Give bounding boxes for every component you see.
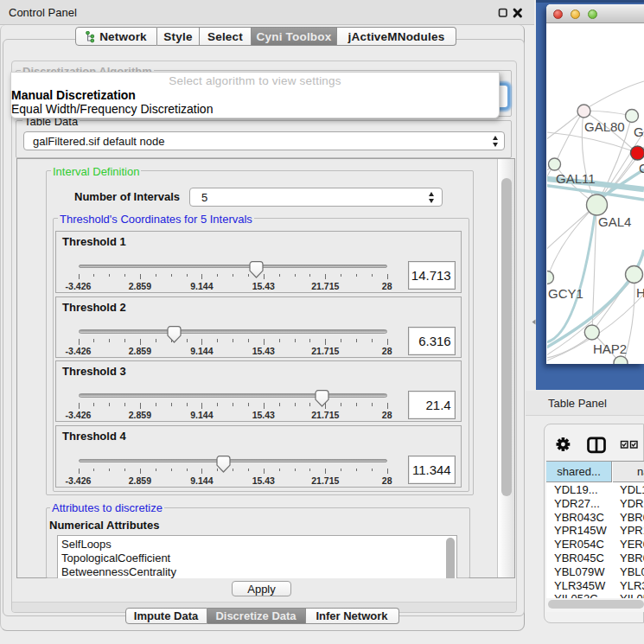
svg-text:HA: HA — [636, 285, 644, 300]
svg-text:GAL11: GAL11 — [556, 171, 596, 186]
svg-text:CM: CM — [639, 161, 644, 175]
svg-text:GAL4: GAL4 — [598, 214, 631, 229]
svg-text:HAP2: HAP2 — [593, 341, 627, 356]
svg-text:GAL: GAL — [634, 124, 644, 139]
svg-text:GCY1: GCY1 — [548, 286, 583, 301]
svg-text:GAL80: GAL80 — [584, 119, 625, 134]
